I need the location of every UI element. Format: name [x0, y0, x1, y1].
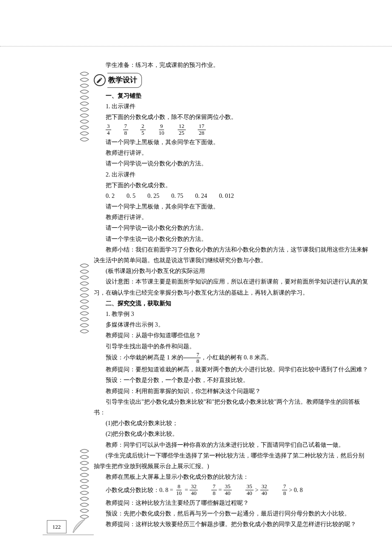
body-text: 把下面的分数化成小数，除不尽的保留两位小数。 — [94, 112, 369, 122]
body-text: (1)把小数化成分数来比较； — [94, 418, 369, 428]
body-text: 请一个同学说一说小数化分数的方法。 — [94, 223, 369, 233]
body-text: 1. 教学例 3 — [94, 309, 369, 319]
body-text: 学生准备：练习本，完成课前的预习作业。 — [94, 60, 369, 70]
math-expression: 小数化成分数比较：0. 8 = 810 = 3240 78 = 3540 354… — [94, 483, 369, 496]
body-text: 教师进行讲评。 — [94, 148, 369, 158]
body-text: 请一个同学说一说分数化小数的方法。 — [94, 158, 369, 169]
feather-icon — [70, 517, 87, 534]
body-text: 教师提问：这种比较方法主要经历了哪些解题过程呢？ — [94, 498, 369, 508]
fraction: 1728 — [198, 123, 206, 136]
body-text: 0. 2 0. 5 0. 25 0. 75 0. 24 0. 012 — [94, 191, 369, 201]
fraction: 78 — [282, 483, 288, 496]
body-text: 教师提问：要想知道谁栽的树高，就要对两个数的大小进行比较。同学们在比较中遇到了什… — [94, 364, 369, 375]
body-text: (学生完成后统计一下哪些学生选择了第一种比较方法，哪些学生选择了第二种比较方法，… — [94, 450, 369, 472]
fraction: 1225 — [178, 123, 186, 136]
fraction-row: 34782591012251728 — [94, 123, 369, 136]
body-text: 引导学生说出"把小数化成分数来比较"和"把分数化成小数来比较"两个方法。教师随学… — [94, 397, 369, 418]
body-text: 教师在黑板上大屏幕上显示小数化成分数的比较方法： — [94, 472, 369, 482]
body-text: 1. 出示课件 — [94, 101, 369, 112]
body-text: 多媒体课件出示例 3。 — [94, 319, 369, 330]
body-text: 教师提问：从题中你知道哪些信息？ — [94, 330, 369, 341]
body-text: 引导学生找出题中的条件和问题。 — [94, 341, 369, 352]
subsection-title: 一、复习铺垫 — [94, 90, 369, 101]
spiral-binding-icon — [78, 448, 91, 522]
design-intent: 设计意图：本节课主要是前面所学知识的应用，所以在进行新课前，要对前面所学知识进行… — [94, 276, 369, 298]
spiral-binding-icon — [78, 70, 91, 145]
fraction: 910 — [158, 123, 166, 136]
section-header: 教学设计 — [94, 73, 369, 88]
body-text: 教师提问：利用前面掌握的知识，你怎样解决这个问题呢？ — [94, 386, 369, 397]
equals: = — [219, 485, 222, 495]
fraction: 3540 — [224, 483, 232, 496]
body-text: 教师进行讲评。 — [94, 212, 369, 223]
body-text: 把下面的小数化成分数。 — [94, 180, 369, 191]
body-text: 预设：先把小数化成分数，然后再与另一个分数一起通分，最后进行同分母分数的大小比较… — [94, 508, 369, 519]
fraction: 3540 — [245, 483, 254, 496]
fraction: 34 — [106, 123, 111, 136]
spiral-binding-icon — [78, 262, 91, 337]
greater-than: > — [255, 485, 259, 495]
body-text: 预设：一个数是分数，一个数是小数，不好直接比较。 — [94, 375, 369, 385]
text: 预设：小华栽的树高是 1 米的 — [106, 354, 183, 361]
text: ，小红栽的树有 0. 8 米高。 — [201, 354, 272, 361]
body-text: 请一个同学上黑板做，其余同学在下面做。 — [94, 137, 369, 148]
body-text: 2. 出示课件 — [94, 169, 369, 180]
section-title: 教学设计 — [107, 73, 142, 88]
pencil-icon — [94, 74, 106, 86]
page-content: 学生准备：练习本，完成课前的预习作业。 教学设计 一、复习铺垫 1. 出示课件 … — [94, 60, 369, 530]
body-text: 预设：小华栽的树高是 1 米的78，小红栽的树有 0. 8 米高。 — [94, 352, 369, 365]
body-text: 请一个学生说一说小数化分数的方法。 — [94, 234, 369, 244]
footer-line — [43, 535, 94, 535]
text: 小数化成分数比较：0. 8 = — [106, 485, 173, 495]
body-text: (板书课题)分数与小数互化的实际运用 — [94, 266, 369, 276]
body-text: 教师提问：这样比较大致要经历三个解题步骤。把分数化成小数的同学又是怎样进行比较的… — [94, 519, 369, 530]
header-dotted-line — [0, 46, 392, 46]
equals: = — [184, 485, 188, 495]
fraction: 25 — [140, 123, 146, 136]
subsection-title: 二、探究交流，获取新知 — [94, 298, 369, 309]
body-text: (2)把分数化成小数来比较。 — [94, 428, 369, 439]
fraction: 78 — [183, 352, 201, 365]
fraction: 78 — [211, 483, 217, 496]
body-text: 请一个同学上黑板做，其余同学在下面做。 — [94, 201, 369, 212]
body-text: 教师：同学们可以从中选择一种你喜欢的方法来进行比较，下面请同学们自己试着做一做。 — [94, 440, 369, 450]
body-text: 教师小结：我们在前面学习了分数化小数的方法和小数化分数的方法，这节课我们就用这些… — [94, 244, 369, 266]
fraction: 810 — [175, 483, 183, 496]
fraction: 3240 — [190, 483, 198, 496]
fraction: 3240 — [260, 483, 268, 496]
fraction: 78 — [123, 123, 129, 136]
greater-than: > 0. 8 — [289, 485, 303, 495]
page-number: 122 — [47, 520, 66, 533]
